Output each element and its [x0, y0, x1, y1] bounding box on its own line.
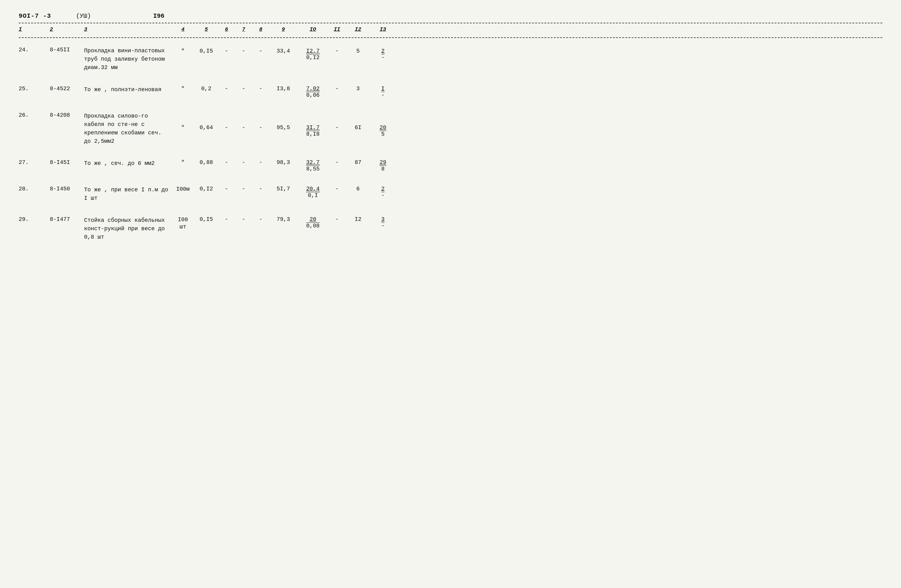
row-desc: Стойка сборных кабельных конст-рукций пр…: [84, 216, 171, 241]
row-col12: 5: [346, 47, 371, 54]
col-header-9: 9: [269, 26, 297, 33]
col13-fraction: 20 5: [379, 124, 387, 137]
row-col7: -: [235, 86, 252, 92]
row-col10: 32,7 8,55: [297, 159, 329, 172]
col-header-6: 6: [218, 26, 235, 33]
row-unit: I00 шт: [171, 216, 195, 231]
row-col12: I2: [346, 216, 371, 222]
fraction-den: 0,06: [306, 92, 320, 98]
row-num: 29.: [19, 216, 50, 222]
row-col12: 3: [346, 86, 371, 92]
row-col8: -: [252, 112, 269, 131]
row-unit: ": [171, 112, 195, 131]
col13-fraction: 2 -: [381, 186, 385, 199]
fraction: 7,02 0,06: [306, 86, 320, 98]
row-col10: 7,02 0,06: [297, 86, 329, 98]
table-row: 28. 8-I450 То же , при весе I п.м до I ш…: [19, 179, 882, 209]
header-number: I96: [153, 12, 164, 20]
row-col9: 33,4: [269, 47, 297, 54]
row-col6: -: [218, 159, 235, 165]
row-col9: 79,3: [269, 216, 297, 222]
row-col12: 6: [346, 186, 371, 192]
row-col8: -: [252, 186, 269, 192]
row-desc: Прокладка силово-го кабеля по сте-не с к…: [84, 112, 171, 146]
table-row: 25. 8-4522 То же , полнэти-леновая " 0,2…: [19, 79, 882, 105]
row-num: 24.: [19, 47, 50, 53]
fraction-den: 0,I: [306, 192, 320, 199]
col-header-5: 5: [195, 26, 218, 33]
row-col11: -: [329, 86, 346, 92]
row-desc: То же , полнэти-леновая: [84, 86, 171, 94]
fraction: I2,7 0,I2: [306, 48, 320, 61]
row-col10: 3I,7 8,I8: [297, 112, 329, 137]
row-code: 8-I477: [50, 216, 84, 222]
unit-multiline: I00м: [171, 186, 195, 193]
row-code: 8-I45I: [50, 159, 84, 165]
top-dashed-line: [19, 23, 882, 23]
row-col8: -: [252, 216, 269, 222]
row-num: 27.: [19, 159, 50, 165]
fraction-num: I2,7: [306, 48, 320, 54]
col13-top: 2: [381, 186, 385, 192]
row-col9: 95,5: [269, 112, 297, 131]
row-desc: То же , при весе I п.м до I шт: [84, 186, 171, 202]
fraction-num: 7,02: [306, 86, 320, 92]
fraction: 3I,7 8,I8: [306, 124, 320, 137]
col-header-2: 2: [50, 26, 84, 33]
header-type: (УШ): [76, 12, 91, 20]
row-unit: ": [171, 159, 195, 165]
col-header-3: 3: [84, 26, 171, 33]
row-col8: -: [252, 86, 269, 92]
row-col13: 2 -: [371, 186, 395, 199]
col13-fraction: I -: [381, 86, 385, 98]
row-desc: То же , сеч. до 6 мм2: [84, 159, 171, 168]
col13-fraction: 29 8: [379, 159, 387, 172]
fraction-den: 0,08: [306, 223, 320, 229]
row-col8: -: [252, 159, 269, 165]
row-unit: I00м: [171, 186, 195, 193]
unit-line1: I00: [178, 216, 188, 223]
fraction-den: 8,I8: [306, 131, 320, 137]
col13-top: 20: [379, 124, 387, 131]
row-unit: ": [171, 86, 195, 92]
row-col7: -: [235, 47, 252, 54]
table-row: 24. 8-45II Прокладка вини-пластовых труб…: [19, 40, 882, 79]
col-header-7: 7: [235, 26, 252, 33]
fraction-num: 3I,7: [306, 124, 320, 131]
fraction-num: 20,4: [306, 186, 320, 192]
row-num: 25.: [19, 86, 50, 92]
row-col6: -: [218, 186, 235, 192]
col13-bot: -: [381, 223, 385, 229]
row-col13: 20 5: [371, 112, 395, 137]
table-row: 26. 8-4208 Прокладка силово-го кабеля по…: [19, 105, 882, 152]
row-col7: -: [235, 112, 252, 131]
row-col13: 3 -: [371, 216, 395, 229]
unit-line2: шт: [180, 223, 187, 230]
row-desc: Прокладка вини-пластовых труб под заливк…: [84, 47, 171, 72]
row-col10: I2,7 0,I2: [297, 47, 329, 61]
fraction: 20 0,08: [306, 216, 320, 229]
col-header-11: II: [329, 26, 346, 33]
header-code: 9OI-7 -3: [19, 12, 51, 20]
row-code: 8-4208: [50, 112, 84, 118]
fraction: 20,4 0,I: [306, 186, 320, 199]
row-code: 8-45II: [50, 47, 84, 53]
column-headers: I 2 3 4 5 6 7 8 9 IO II I2 I3: [19, 25, 882, 36]
row-col5: 0,I2: [195, 186, 218, 192]
row-col6: -: [218, 112, 235, 131]
col13-top: 2: [381, 48, 385, 54]
col13-top: 3: [381, 216, 385, 223]
row-col5: 0,88: [195, 159, 218, 165]
unit-multiline: I00 шт: [171, 216, 195, 231]
row-col5: 0,2: [195, 86, 218, 92]
row-col7: -: [235, 159, 252, 165]
col13-bot: 8: [379, 166, 387, 172]
col13-top: 29: [379, 159, 387, 166]
table-row: 27. 8-I45I То же , сеч. до 6 мм2 " 0,88 …: [19, 152, 882, 179]
unit-line1: I00м: [176, 186, 190, 193]
table-body: 24. 8-45II Прокладка вини-пластовых труб…: [19, 40, 882, 248]
row-col9: 98,3: [269, 159, 297, 165]
row-code: 8-4522: [50, 86, 84, 92]
row-col11: -: [329, 112, 346, 131]
col-header-13: I3: [371, 26, 395, 33]
